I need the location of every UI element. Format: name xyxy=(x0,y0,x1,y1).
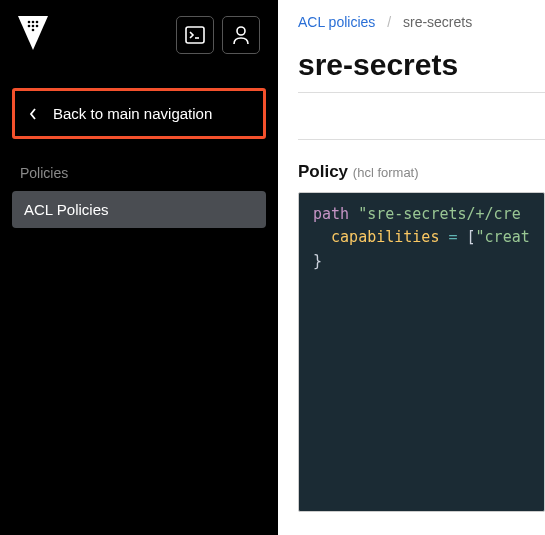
header-actions xyxy=(176,16,260,54)
toolbar xyxy=(298,92,545,140)
svg-rect-7 xyxy=(186,27,204,43)
svg-point-8 xyxy=(237,27,245,35)
breadcrumb-separator: / xyxy=(387,14,391,30)
code-punct: [ xyxy=(467,228,476,246)
policy-heading-text: Policy xyxy=(298,162,348,181)
sidebar: Back to main navigation Policies ACL Pol… xyxy=(0,0,278,535)
user-icon xyxy=(232,25,250,45)
policy-code-editor[interactable]: path "sre-secrets/+/cre capabilities = [… xyxy=(298,192,545,512)
policy-heading: Policy (hcl format) xyxy=(298,162,545,182)
main-content: ACL policies / sre-secrets sre-secrets P… xyxy=(278,0,545,535)
svg-point-5 xyxy=(36,25,39,28)
svg-point-3 xyxy=(28,25,31,28)
back-nav-label: Back to main navigation xyxy=(53,105,212,122)
code-punct: } xyxy=(313,252,322,270)
breadcrumb-current: sre-secrets xyxy=(403,14,472,30)
sidebar-item-label: ACL Policies xyxy=(24,201,108,218)
sidebar-item-acl-policies[interactable]: ACL Policies xyxy=(12,191,266,228)
svg-point-1 xyxy=(32,21,35,24)
svg-point-6 xyxy=(32,29,35,32)
user-button[interactable] xyxy=(222,16,260,54)
code-keyword: path xyxy=(313,205,349,223)
code-string: "sre-secrets/+/cre xyxy=(358,205,521,223)
vault-logo[interactable] xyxy=(18,16,48,54)
svg-point-2 xyxy=(36,21,39,24)
code-operator: = xyxy=(439,228,466,246)
breadcrumb-parent[interactable]: ACL policies xyxy=(298,14,375,30)
svg-point-4 xyxy=(32,25,35,28)
breadcrumb: ACL policies / sre-secrets xyxy=(298,14,545,30)
terminal-icon xyxy=(185,26,205,44)
svg-point-0 xyxy=(28,21,31,24)
terminal-button[interactable] xyxy=(176,16,214,54)
page-title: sre-secrets xyxy=(298,48,545,82)
sidebar-header xyxy=(12,12,266,58)
policy-format-hint: (hcl format) xyxy=(353,165,419,180)
sidebar-section-label: Policies xyxy=(12,165,266,191)
back-to-main-nav[interactable]: Back to main navigation xyxy=(12,88,266,139)
chevron-left-icon xyxy=(29,107,37,121)
code-identifier: capabilities xyxy=(331,228,439,246)
code-string: "creat xyxy=(476,228,530,246)
